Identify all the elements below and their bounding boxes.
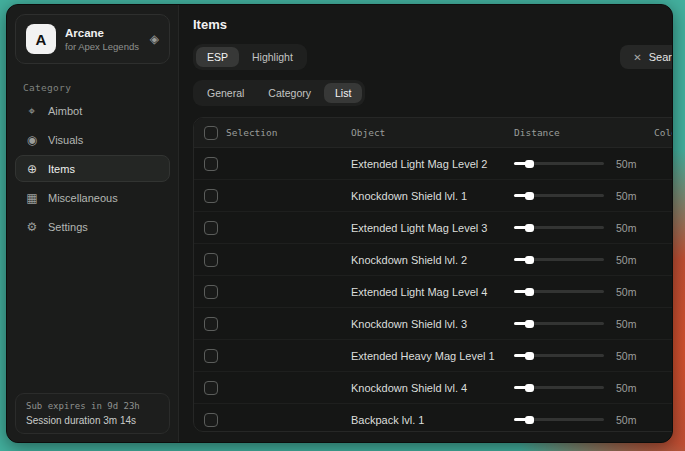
table-row: Extended Light Mag Level 3 50m: [194, 212, 673, 244]
sidebar-item-label: Items: [48, 163, 75, 175]
distance-value: 50m: [616, 158, 636, 170]
column-color: Color: [654, 127, 673, 138]
sidebar: A Arcane for Apex Legends ◈ Category ⌖ A…: [7, 5, 179, 442]
distance-value: 50m: [616, 382, 636, 394]
mode-tabs: ESP Highlight: [193, 44, 307, 70]
gear-icon: ⚙: [25, 220, 39, 234]
slider-thumb[interactable]: [525, 160, 534, 168]
app-logo: A: [26, 24, 56, 54]
sidebar-nav: ⌖ Aimbot ◉ Visuals ⊕ Items ▦ Miscellaneo…: [7, 97, 178, 240]
row-checkbox[interactable]: [204, 317, 218, 331]
distance-slider[interactable]: [514, 194, 604, 197]
distance-slider[interactable]: [514, 386, 604, 389]
mode-tab[interactable]: Highlight: [241, 47, 304, 67]
object-label: Extended Light Mag Level 4: [351, 286, 487, 298]
sidebar-item[interactable]: ▦ Miscellaneous: [15, 184, 170, 211]
distance-value: 50m: [616, 286, 636, 298]
sidebar-item-label: Aimbot: [48, 105, 82, 117]
object-label: Extended Light Mag Level 3: [351, 222, 487, 234]
table-row: Knockdown Shield lvl. 2 50m: [194, 244, 673, 276]
distance-value: 50m: [616, 190, 636, 202]
slider-thumb[interactable]: [525, 384, 534, 392]
sidebar-item[interactable]: ⌖ Aimbot: [15, 97, 170, 124]
slider-thumb[interactable]: [525, 352, 534, 360]
sidebar-item-label: Settings: [48, 221, 88, 233]
row-checkbox[interactable]: [204, 381, 218, 395]
object-label: Knockdown Shield lvl. 4: [351, 382, 467, 394]
row-checkbox[interactable]: [204, 221, 218, 235]
object-label: Knockdown Shield lvl. 2: [351, 254, 467, 266]
slider-thumb[interactable]: [525, 288, 534, 296]
object-label: Extended Light Mag Level 2: [351, 158, 487, 170]
sidebar-item-label: Visuals: [48, 134, 83, 146]
row-checkbox[interactable]: [204, 349, 218, 363]
app-header-card: A Arcane for Apex Legends ◈: [15, 14, 170, 64]
distance-slider[interactable]: [514, 354, 604, 357]
distance-slider[interactable]: [514, 258, 604, 261]
table-row: Extended Light Mag Level 2 50m: [194, 148, 673, 180]
table-row: Backpack lvl. 1 50m: [194, 404, 673, 432]
main-panel: Items ESP Highlight ✕ Search General Cat…: [179, 5, 673, 442]
distance-slider[interactable]: [514, 226, 604, 229]
table-row: Knockdown Shield lvl. 1 50m: [194, 180, 673, 212]
category-section-label: Category: [23, 82, 178, 93]
grid-icon: ▦: [25, 191, 39, 205]
search-button[interactable]: ✕ Search: [620, 45, 673, 69]
app-name: Arcane: [65, 27, 141, 39]
distance-value: 50m: [616, 318, 636, 330]
column-distance: Distance: [514, 127, 654, 138]
sidebar-item[interactable]: ⚙ Settings: [15, 213, 170, 240]
session-duration-text: Session duration 3m 14s: [26, 415, 159, 426]
mode-tab[interactable]: ESP: [196, 47, 239, 67]
distance-slider[interactable]: [514, 418, 604, 421]
table-row: Extended Heavy Mag Level 1 50m: [194, 340, 673, 372]
select-all-checkbox[interactable]: [204, 126, 218, 140]
object-label: Knockdown Shield lvl. 1: [351, 190, 467, 202]
session-info-card: Sub expires in 9d 23h Session duration 3…: [15, 393, 170, 434]
app-meta: Arcane for Apex Legends: [65, 27, 141, 52]
row-checkbox[interactable]: [204, 285, 218, 299]
distance-value: 50m: [616, 254, 636, 266]
row-checkbox[interactable]: [204, 413, 218, 427]
slider-thumb[interactable]: [525, 192, 534, 200]
distance-value: 50m: [616, 222, 636, 234]
column-selection: Selection: [226, 127, 277, 138]
diamond-badge-icon[interactable]: ◈: [150, 32, 159, 46]
table-header: Selection Object Distance Color: [194, 118, 673, 148]
view-tabs-row: General Category List: [193, 80, 673, 106]
distance-value: 50m: [616, 414, 636, 426]
items-table: Selection Object Distance Color Extended…: [193, 117, 673, 432]
object-label: Backpack lvl. 1: [351, 414, 424, 426]
sidebar-item-label: Miscellaneous: [48, 192, 118, 204]
distance-slider[interactable]: [514, 162, 604, 165]
distance-slider[interactable]: [514, 322, 604, 325]
slider-thumb[interactable]: [525, 416, 534, 424]
sub-expiry-text: Sub expires in 9d 23h: [26, 401, 159, 411]
view-tab[interactable]: General: [196, 83, 255, 103]
object-label: Extended Heavy Mag Level 1: [351, 350, 495, 362]
slider-thumb[interactable]: [525, 320, 534, 328]
object-label: Knockdown Shield lvl. 3: [351, 318, 467, 330]
search-button-label: Search: [649, 51, 673, 63]
distance-slider[interactable]: [514, 290, 604, 293]
page-title: Items: [193, 17, 673, 32]
sidebar-item[interactable]: ⊕ Items: [15, 155, 170, 182]
table-row: Extended Light Mag Level 4 50m: [194, 276, 673, 308]
view-tab[interactable]: List: [324, 83, 362, 103]
table-row: Knockdown Shield lvl. 3 50m: [194, 308, 673, 340]
view-tab[interactable]: Category: [257, 83, 322, 103]
slider-thumb[interactable]: [525, 256, 534, 264]
row-checkbox[interactable]: [204, 157, 218, 171]
app-subtitle: for Apex Legends: [65, 41, 141, 52]
table-row: Knockdown Shield lvl. 4 50m: [194, 372, 673, 404]
eye-icon: ◉: [25, 133, 39, 147]
slider-thumb[interactable]: [525, 224, 534, 232]
row-checkbox[interactable]: [204, 189, 218, 203]
clear-x-icon: ✕: [633, 52, 641, 63]
column-object: Object: [351, 127, 514, 138]
toolbar-row: ESP Highlight ✕ Search: [193, 44, 673, 70]
distance-value: 50m: [616, 350, 636, 362]
sidebar-item[interactable]: ◉ Visuals: [15, 126, 170, 153]
row-checkbox[interactable]: [204, 253, 218, 267]
target-icon: ⊕: [25, 162, 39, 176]
